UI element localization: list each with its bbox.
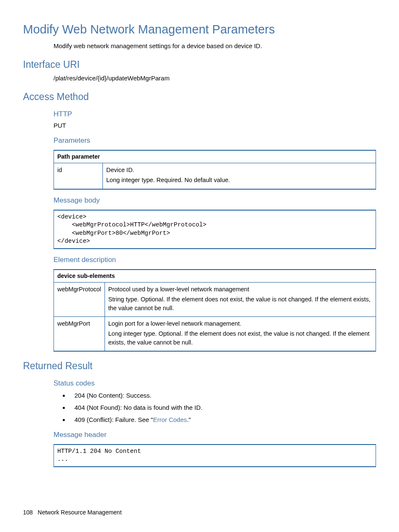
http-method: PUT xyxy=(54,121,376,130)
interface-uri-path: /plat/res/device/{id}/updateWebMgrParam xyxy=(54,74,376,82)
table-row: webMgrPort Login port for a lower-level … xyxy=(54,317,376,351)
page-title: Modify Web Network Management Parameters xyxy=(23,21,376,38)
element-description-table: device sub-elements webMgrProtocol Proto… xyxy=(54,269,376,352)
table-header: Path parameter xyxy=(54,150,376,163)
table-header: device sub-elements xyxy=(54,270,376,283)
list-item: 204 (No Content): Success. xyxy=(69,391,376,400)
returned-result-heading: Returned Result xyxy=(23,359,376,373)
table-row: webMgrProtocol Protocol used by a lower-… xyxy=(54,283,376,317)
element-name: webMgrPort xyxy=(54,317,105,351)
message-body-heading: Message body xyxy=(54,195,376,206)
element-desc: Protocol used by a lower-level network m… xyxy=(105,283,376,317)
message-body-code: <device> <webMgrProtocol>HTTP</webMgrPro… xyxy=(54,210,376,249)
status-codes-list: 204 (No Content): Success. 404 (Not Foun… xyxy=(54,391,376,424)
element-desc: Login port for a lower-level network man… xyxy=(105,317,376,351)
error-codes-link[interactable]: Error Codes xyxy=(153,416,187,423)
element-description-heading: Element description xyxy=(54,255,376,265)
http-heading: HTTP xyxy=(54,109,376,119)
message-header-code: HTTP/1.1 204 No Content ... xyxy=(54,444,376,467)
table-row: id Device ID. Long integer type. Require… xyxy=(54,163,376,189)
message-header-heading: Message header xyxy=(54,430,376,440)
access-method-heading: Access Method xyxy=(23,90,376,103)
path-parameter-table: Path parameter id Device ID. Long intege… xyxy=(54,150,376,190)
page-intro: Modify web network management settings f… xyxy=(54,41,376,50)
list-item: 404 (Not Found): No data is found with t… xyxy=(69,403,376,412)
interface-uri-heading: Interface URI xyxy=(23,58,376,71)
list-item: 409 (Conflict): Failure. See "Error Code… xyxy=(69,415,376,424)
param-desc: Device ID. Long integer type. Required. … xyxy=(103,163,376,189)
parameters-heading: Parameters xyxy=(54,136,376,146)
status-codes-heading: Status codes xyxy=(54,378,376,388)
param-name: id xyxy=(54,163,103,189)
element-name: webMgrProtocol xyxy=(54,283,105,317)
